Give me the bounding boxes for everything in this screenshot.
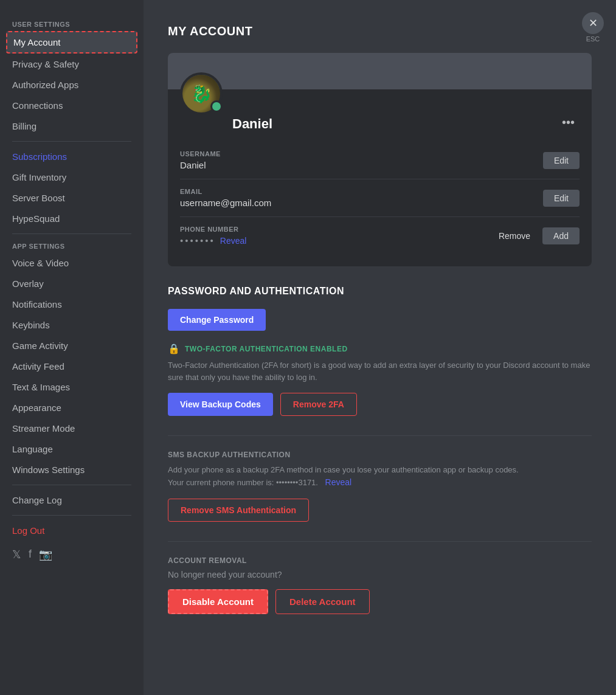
sidebar-item-streamer-mode[interactable]: Streamer Mode xyxy=(6,418,137,438)
profile-card: 🐉 Daniel ••• USERNAME Daniel Edit xyxy=(168,53,592,266)
sidebar-item-billing[interactable]: Billing xyxy=(6,116,137,136)
username-edit-button[interactable]: Edit xyxy=(543,152,580,169)
sidebar-item-voice-video[interactable]: Voice & Video xyxy=(6,253,137,273)
profile-more-button[interactable]: ••• xyxy=(557,113,580,132)
sms-desc-start: Add your phone as a backup 2FA method in… xyxy=(168,465,519,474)
profile-name: Daniel xyxy=(232,116,557,132)
sidebar-item-notifications[interactable]: Notifications xyxy=(6,294,137,314)
twofa-buttons: View Backup Codes Remove 2FA xyxy=(168,393,592,416)
sidebar-item-appearance[interactable]: Appearance xyxy=(6,398,137,418)
sidebar-divider-2 xyxy=(12,233,131,234)
section-divider-2 xyxy=(168,541,592,542)
email-edit-button[interactable]: Edit xyxy=(543,190,580,207)
phone-field: PHONE NUMBER ••••••• Reveal xyxy=(180,226,246,246)
twofa-status-row: 🔒 TWO-FACTOR AUTHENTICATION ENABLED xyxy=(168,343,592,354)
sidebar-divider-4 xyxy=(12,515,131,516)
sidebar-item-connections[interactable]: Connections xyxy=(6,95,137,116)
page-title: MY ACCOUNT xyxy=(168,24,592,38)
account-removal-description: No longer need your account? xyxy=(168,570,592,579)
profile-banner xyxy=(168,53,592,89)
disable-account-button[interactable]: Disable Account xyxy=(168,589,268,614)
sidebar-item-subscriptions[interactable]: Subscriptions xyxy=(6,147,137,167)
phone-reveal-link[interactable]: Reveal xyxy=(220,236,247,246)
phone-field-row: PHONE NUMBER ••••••• Reveal Remove Add xyxy=(180,217,580,254)
sidebar-item-gift-inventory[interactable]: Gift Inventory xyxy=(6,167,137,187)
username-actions: Edit xyxy=(543,152,580,169)
username-field-row: USERNAME Daniel Edit xyxy=(180,142,580,179)
account-removal-buttons: Disable Account Delete Account xyxy=(168,589,592,614)
sidebar-divider-1 xyxy=(12,141,131,142)
sms-desc-phone: Your current phone number is: ••••••••31… xyxy=(168,478,318,487)
view-backup-codes-button[interactable]: View Backup Codes xyxy=(168,393,273,416)
phone-label: PHONE NUMBER xyxy=(180,226,246,233)
sms-reveal-link[interactable]: Reveal xyxy=(325,477,352,487)
remove-2fa-button[interactable]: Remove 2FA xyxy=(280,393,357,416)
instagram-icon[interactable]: 📷 xyxy=(39,548,52,561)
sidebar-item-privacy-safety[interactable]: Privacy & Safety xyxy=(6,54,137,74)
account-removal-title: ACCOUNT REMOVAL xyxy=(168,556,592,565)
email-actions: Edit xyxy=(543,190,580,207)
phone-remove-button[interactable]: Remove xyxy=(491,227,538,244)
sidebar-item-authorized-apps[interactable]: Authorized Apps xyxy=(6,75,137,95)
app-settings-label: APP SETTINGS xyxy=(6,239,137,252)
lock-icon: 🔒 xyxy=(168,343,180,354)
phone-actions: Remove Add xyxy=(491,227,580,244)
change-password-button[interactable]: Change Password xyxy=(168,309,266,331)
email-field: EMAIL username@gmail.com xyxy=(180,188,271,208)
facebook-icon[interactable]: f xyxy=(29,548,32,561)
sidebar-item-my-account[interactable]: My Account xyxy=(6,31,137,54)
email-label: EMAIL xyxy=(180,188,271,195)
close-label: ESC xyxy=(582,35,604,43)
sidebar-item-server-boost[interactable]: Server Boost xyxy=(6,188,137,208)
sms-description: Add your phone as a backup 2FA method in… xyxy=(168,464,592,489)
sidebar-divider-3 xyxy=(12,485,131,485)
sidebar: USER SETTINGS My Account Privacy & Safet… xyxy=(0,0,144,695)
sidebar-item-language[interactable]: Language xyxy=(6,439,137,459)
twofa-label: TWO-FACTOR AUTHENTICATION ENABLED xyxy=(185,345,348,353)
sidebar-item-text-images[interactable]: Text & Images xyxy=(6,377,137,397)
section-divider-1 xyxy=(168,435,592,436)
email-value: username@gmail.com xyxy=(180,198,271,208)
close-button[interactable]: ✕ xyxy=(582,12,604,34)
username-value: Daniel xyxy=(180,160,221,170)
phone-add-button[interactable]: Add xyxy=(542,227,580,244)
sidebar-item-change-log[interactable]: Change Log xyxy=(6,490,137,510)
twitter-icon[interactable]: 𝕏 xyxy=(12,548,21,561)
sms-section-title: SMS BACKUP AUTHENTICATION xyxy=(168,451,592,459)
delete-account-button[interactable]: Delete Account xyxy=(275,589,370,614)
twofa-description: Two-Factor Authentication (2FA for short… xyxy=(168,359,592,383)
avatar-status-badge xyxy=(210,100,223,112)
sms-section: SMS BACKUP AUTHENTICATION Add your phone… xyxy=(168,451,592,522)
social-links: 𝕏 f 📷 xyxy=(6,543,137,566)
sidebar-item-overlay[interactable]: Overlay xyxy=(6,274,137,294)
profile-fields: USERNAME Daniel Edit EMAIL username@gmai… xyxy=(168,142,592,254)
phone-dots: ••••••• xyxy=(180,235,215,246)
password-section: PASSWORD AND AUTHENTICATION Change Passw… xyxy=(168,286,592,416)
sidebar-item-activity-feed[interactable]: Activity Feed xyxy=(6,356,137,376)
sidebar-item-hypesquad[interactable]: HypeSquad xyxy=(6,209,137,229)
main-content: ✕ ESC MY ACCOUNT 🐉 Daniel ••• USERNAME D… xyxy=(144,0,616,695)
user-settings-label: USER SETTINGS xyxy=(6,17,137,30)
password-section-title: PASSWORD AND AUTHENTICATION xyxy=(168,286,592,297)
username-field: USERNAME Daniel xyxy=(180,150,221,170)
phone-value-wrap: ••••••• Reveal xyxy=(180,235,246,246)
sidebar-item-keybinds[interactable]: Keybinds xyxy=(6,315,137,335)
sidebar-item-game-activity[interactable]: Game Activity xyxy=(6,336,137,356)
username-label: USERNAME xyxy=(180,150,221,157)
email-field-row: EMAIL username@gmail.com Edit xyxy=(180,179,580,217)
sidebar-item-windows-settings[interactable]: Windows Settings xyxy=(6,460,137,480)
avatar-wrap: 🐉 xyxy=(180,72,223,115)
account-removal-section: ACCOUNT REMOVAL No longer need your acco… xyxy=(168,556,592,614)
sidebar-item-logout[interactable]: Log Out xyxy=(6,520,137,541)
remove-sms-button[interactable]: Remove SMS Authentication xyxy=(168,499,309,522)
